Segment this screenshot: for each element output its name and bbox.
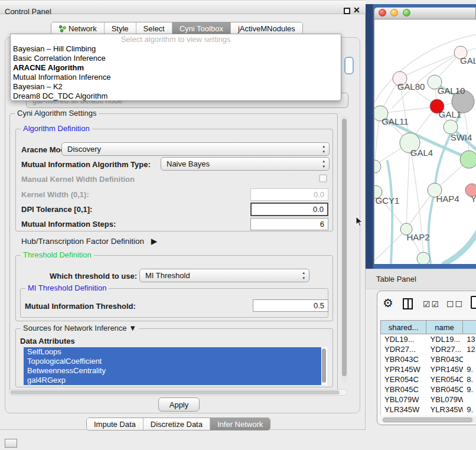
dropdown-item[interactable]: Mutual Information Inference <box>11 73 341 82</box>
table-row[interactable]: YDL19...YDL19...13 <box>381 334 476 344</box>
table-column-header[interactable] <box>463 321 476 334</box>
mi-threshold-field[interactable]: 0.5 <box>253 299 328 312</box>
table-row[interactable]: YPR145WYPR145W9. <box>381 364 476 374</box>
mi-steps-field[interactable]: 6 <box>250 218 328 230</box>
mi-threshold-value: 0.5 <box>314 301 324 310</box>
bottom-tabs: Impute DataDiscretize DataInfer Network <box>86 418 270 431</box>
table-column-header[interactable]: name <box>426 321 463 334</box>
algorithm-combobox-focus-ring[interactable] <box>344 57 354 74</box>
split-columns-icon[interactable] <box>403 298 413 309</box>
network-window-titlebar[interactable] <box>374 7 476 19</box>
control-panel-title: Control Panel <box>5 7 51 16</box>
dock-panel-icon[interactable] <box>5 439 17 448</box>
aracne-mode-combobox[interactable]: Discovery ▴▾ <box>61 142 330 156</box>
table-row[interactable]: YBR045CYBR045C9. <box>381 384 476 394</box>
apply-button[interactable]: Apply <box>158 397 200 412</box>
network-node-label: Y <box>471 194 476 204</box>
network-node-label: HAP2 <box>406 232 429 242</box>
aracne-mode-value: Discovery <box>67 145 101 154</box>
expander-down-icon: ▼ <box>129 324 136 332</box>
table-row[interactable]: YLR345WYLR345W9. <box>381 405 476 415</box>
network-node-label: GAL10 <box>438 86 465 96</box>
hub-definition-expander[interactable]: Hub/Transcription Factor Definition ▶ <box>21 236 157 246</box>
network-node[interactable] <box>417 252 430 264</box>
tab-impute-data[interactable]: Impute Data <box>87 418 143 430</box>
table-row[interactable]: YBR043CYBR043C <box>381 354 476 364</box>
attribute-list-item[interactable]: gal4RGexp <box>24 376 321 385</box>
table-cell: YDL19... <box>427 334 464 344</box>
table-row[interactable]: YBL079WYBL079W <box>381 394 476 405</box>
gear-icon[interactable]: ⚙ <box>383 296 393 310</box>
manual-kernel-label: Manual Kernel Width Definition <box>21 175 135 184</box>
table-cell: 9. <box>463 364 476 374</box>
threshold-definition-title: Threshold Definition <box>21 250 94 259</box>
settings-vertical-scrollbar[interactable] <box>341 116 347 383</box>
table-cell: 8. <box>463 374 476 384</box>
kernel-width-value: 0.0 <box>314 190 324 199</box>
tab-style[interactable]: Style <box>104 22 136 34</box>
network-node-label: GAL80 <box>397 81 425 92</box>
manual-kernel-checkbox[interactable] <box>319 174 327 182</box>
main-tabs: NetworkStyleSelectCyni ToolboxjActiveMNo… <box>51 22 303 35</box>
tab-network[interactable]: Network <box>51 22 104 34</box>
tab-discretize-data[interactable]: Discretize Data <box>143 418 210 430</box>
kernel-width-label: Kernel Width (0,1): <box>21 190 89 199</box>
mi-steps-label: Mutual Information Steps: <box>21 220 116 229</box>
dropdown-item[interactable]: ARACNE Algorithm <box>11 63 341 73</box>
mi-type-label: Mutual Information Algorithm Type: <box>21 160 151 169</box>
table-cell: YLR345W <box>427 405 464 415</box>
tab-infer-network[interactable]: Infer Network <box>210 418 270 430</box>
attribute-list-item[interactable]: TopologicalCoefficient <box>24 357 321 366</box>
window-minimize-traffic-light[interactable] <box>390 9 398 17</box>
network-node-label: HAP4 <box>436 194 459 204</box>
page: Control Panel ✕ NetworkStyleSelectCyni T… <box>0 0 476 450</box>
stepper-arrows-icon: ▴▾ <box>302 270 305 281</box>
window-zoom-traffic-light[interactable] <box>403 9 410 17</box>
deselect-all-checkboxes-icon[interactable]: ☐☐ <box>446 299 464 309</box>
sources-group-title[interactable]: Sources for Network Inference ▼ <box>21 324 139 332</box>
tab-jactivemnodules[interactable]: jActiveMNodules <box>230 22 302 34</box>
settings-vertical-scrollbar-thumb[interactable] <box>342 119 347 376</box>
table-cell: 9 <box>463 415 476 415</box>
close-icon[interactable]: ✕ <box>353 5 360 15</box>
settings-horizontal-scrollbar-thumb[interactable] <box>10 390 340 394</box>
dropdown-item[interactable]: Dream8 DC_TDC Algorithm <box>11 92 341 101</box>
mi-steps-value: 6 <box>320 220 324 229</box>
table-cell: YBR043C <box>427 354 464 364</box>
settings-horizontal-scrollbar[interactable] <box>8 389 347 396</box>
list-scrollbar-thumb[interactable] <box>322 348 326 383</box>
table-horizontal-scrollbar[interactable] <box>382 417 476 423</box>
table-cell: 12 <box>463 344 476 354</box>
window-close-traffic-light[interactable] <box>379 9 386 17</box>
dropdown-item[interactable]: Bayesian – K2 <box>11 82 341 92</box>
cyni-settings-title: Cyni Algorithm Settings <box>15 109 99 118</box>
dpi-tolerance-value: 0.0 <box>313 205 324 214</box>
tab-select[interactable]: Select <box>136 22 172 34</box>
network-icon <box>58 25 66 32</box>
table-row[interactable]: YER054CYER054C8. <box>381 374 476 384</box>
dropdown-item[interactable]: Bayesian – Hill Climbing <box>11 44 341 54</box>
dpi-tolerance-field[interactable]: 0.0 <box>250 203 328 216</box>
network-canvas[interactable]: GALGAL80GAL10GAL1GAL11SWI4GAL4GCY1HAP4YH… <box>374 19 476 264</box>
tab-label: Select <box>144 24 165 33</box>
dropdown-items: Bayesian – Hill ClimbingBasic Correlatio… <box>11 44 341 101</box>
new-document-icon[interactable] <box>471 296 476 309</box>
table-cell: YLR345W <box>381 405 427 415</box>
table-horizontal-scrollbar-thumb[interactable] <box>383 418 472 422</box>
table-cell: YER054C <box>427 374 464 384</box>
kernel-width-field[interactable]: 0.0 <box>250 188 328 201</box>
dropdown-item[interactable]: Basic Correlation Inference <box>11 54 341 63</box>
mi-type-combobox[interactable]: Naive Bayes ▴▾ <box>161 157 330 171</box>
table-body: YDL19...YDL19...13YDR27...YDR27...12YBR0… <box>380 334 476 415</box>
table-row[interactable]: YDR27...YDR27...12 <box>381 344 476 354</box>
attribute-list-item[interactable]: SelfLoops <box>24 347 321 357</box>
attribute-list-item[interactable]: BetweennessCentrality <box>24 366 321 376</box>
network-node[interactable] <box>460 151 476 168</box>
tab-cyni-toolbox[interactable]: Cyni Toolbox <box>172 22 230 34</box>
data-attributes-list[interactable]: SelfLoopsTopologicalCoefficientBetweenne… <box>24 347 327 385</box>
table-row[interactable]: YIL053CYIL053C9 <box>381 415 476 415</box>
select-all-checkboxes-icon[interactable]: ☑☑ <box>423 299 440 309</box>
table-column-header[interactable]: shared... <box>380 321 426 334</box>
float-window-icon[interactable] <box>344 8 350 14</box>
which-threshold-combobox[interactable]: MI Threshold ▴▾ <box>139 269 309 282</box>
